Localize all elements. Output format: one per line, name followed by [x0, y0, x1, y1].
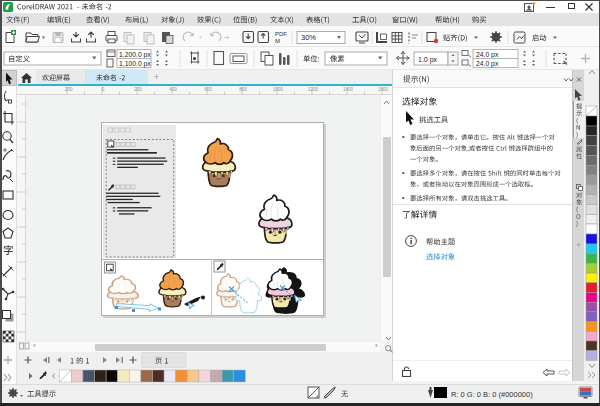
svg-text:24.0 px: 24.0 px: [476, 60, 499, 68]
svg-text:PDF: PDF: [275, 31, 287, 37]
svg-text:1200: 1200: [308, 87, 319, 92]
svg-text:1600: 1600: [378, 87, 389, 92]
svg-text:400: 400: [169, 87, 177, 92]
svg-text:R: 0 G: 0 B: 0 (#000000): R: 0 G: 0 B: 0 (#000000): [451, 390, 533, 399]
svg-text:1400: 1400: [343, 87, 354, 92]
svg-text:30%: 30%: [301, 33, 316, 42]
svg-text:1,100.0 px: 1,100.0 px: [119, 60, 151, 68]
svg-text:600: 600: [204, 87, 212, 92]
svg-text:1,200.0 px: 1,200.0 px: [119, 51, 151, 59]
svg-text:M: M: [275, 38, 280, 44]
svg-text:800: 800: [239, 87, 247, 92]
svg-text:200: 200: [134, 87, 142, 92]
svg-text:1000: 1000: [273, 87, 284, 92]
svg-text:-200: -200: [63, 87, 73, 92]
svg-text:1.0 px: 1.0 px: [418, 56, 438, 64]
svg-text:24.0 px: 24.0 px: [476, 51, 499, 59]
svg-text:0: 0: [102, 87, 105, 92]
